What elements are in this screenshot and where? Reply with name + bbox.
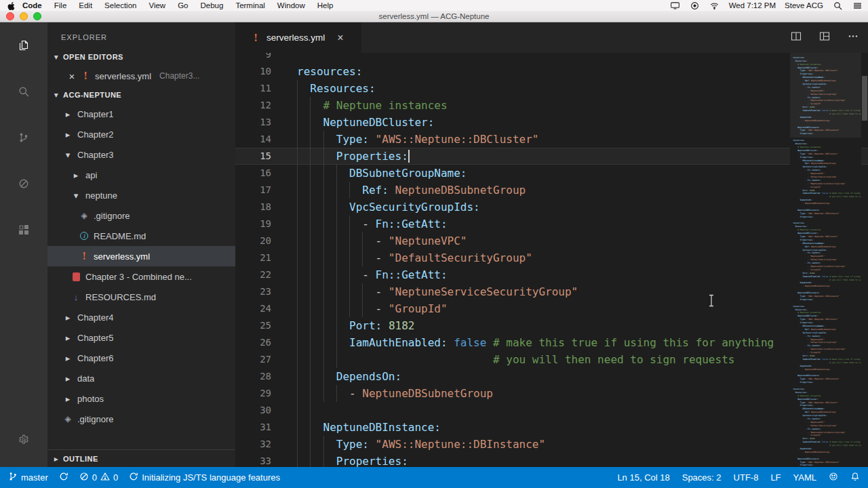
tab-serverless-yml[interactable]: ! serverless.yml × [235, 22, 361, 53]
warning-icon [100, 472, 110, 483]
display-menu-button[interactable] [670, 0, 681, 11]
status-message-text: Initializing JS/TS language features [142, 472, 280, 483]
minimize-window-button[interactable] [20, 12, 28, 20]
menu-debug[interactable]: Debug [194, 1, 229, 9]
wifi-menu-button[interactable] [709, 0, 720, 11]
problems-indicator[interactable]: 0 0 [79, 472, 118, 483]
outline-header[interactable]: ▸ OUTLINE [47, 449, 235, 467]
code-line-15[interactable]: 15 Properties: [235, 148, 868, 165]
tree-item-serverless-yml[interactable]: !serverless.yml [47, 246, 235, 266]
close-window-button[interactable] [6, 12, 14, 20]
minimap[interactable]: resources: Resources: # Neptune instance… [790, 53, 861, 467]
code-line-30[interactable]: 30 [235, 402, 868, 419]
code-line-9[interactable]: 9 [235, 53, 868, 63]
spotlight-icon [832, 0, 843, 11]
code-line-14[interactable]: 14 Type: "AWS::Neptune::DBCluster" [235, 131, 868, 148]
indentation-indicator[interactable]: Spaces: 2 [682, 472, 722, 483]
chevron-right-icon: ▸ [62, 108, 73, 119]
code-line-23[interactable]: 23 - "NeptuneServiceSecurityGroup" [235, 283, 868, 300]
code-line-16[interactable]: 16 DBSubnetGroupName: [235, 165, 868, 182]
code-line-26[interactable]: 26 IamAuthEnabled: false # make this tru… [235, 334, 868, 351]
line-content: - "NeptuneServiceSecurityGroup" [297, 283, 578, 300]
close-tab-button[interactable]: × [337, 32, 343, 44]
more-actions-button[interactable] [848, 30, 859, 45]
tree-item-data[interactable]: ▸data [47, 368, 235, 388]
menu-user[interactable]: Steve ACG [785, 1, 823, 9]
git-branch-indicator[interactable]: master [8, 472, 48, 483]
code-line-12[interactable]: 12 # Neptune instances [235, 97, 868, 114]
tree-item-gitignore[interactable]: ◈.gitignore [47, 409, 235, 429]
spotlight-menu-button[interactable] [832, 0, 843, 11]
tree-item-photos[interactable]: ▸photos [47, 388, 235, 409]
tree-item-chapter5[interactable]: ▸Chapter5 [47, 327, 235, 348]
menu-go[interactable]: Go [172, 1, 194, 9]
code-line-20[interactable]: 20 - "NeptuneVPC" [235, 232, 868, 249]
tree-item-chapter4[interactable]: ▸Chapter4 [47, 307, 235, 327]
split-editor-button[interactable] [791, 30, 802, 45]
cursor-position[interactable]: Ln 15, Col 18 [617, 472, 669, 483]
menu-edit[interactable]: Edit [73, 1, 98, 9]
code-line-28[interactable]: 28 DependsOn: [235, 368, 868, 385]
editor-scrollbar[interactable] [861, 53, 868, 467]
activity-extensions-button[interactable] [0, 207, 47, 253]
activity-explorer-button[interactable] [0, 22, 47, 68]
activity-debug-button[interactable] [0, 161, 47, 207]
code-line-13[interactable]: 13 NeptuneDBCluster: [235, 114, 868, 131]
code-line-27[interactable]: 27 # you will then need to sign requests [235, 351, 868, 368]
code-line-10[interactable]: 10resources: [235, 63, 868, 80]
git-icon: ◈ [79, 210, 90, 221]
feedback-button[interactable] [829, 472, 838, 483]
code-line-31[interactable]: 31 NeptuneDBInstance: [235, 419, 868, 436]
tree-item-neptune[interactable]: ▾neptune [47, 185, 235, 205]
status-bar: master 0 0 Initializing JS/TS language f… [0, 467, 868, 488]
circle-status-menu-button[interactable] [690, 0, 701, 11]
close-editor-button[interactable]: × [68, 70, 76, 82]
code-line-21[interactable]: 21 - "DefaultSecurityGroup" [235, 249, 868, 266]
code-line-32[interactable]: 32 Type: "AWS::Neptune::DBInstance" [235, 436, 868, 453]
eol-indicator[interactable]: LF [770, 472, 781, 483]
activity-settings-gear-button[interactable] [0, 417, 47, 463]
menu-terminal[interactable]: Terminal [229, 1, 271, 9]
menu-help[interactable]: Help [311, 1, 340, 9]
tree-item-readme-md[interactable]: iREADME.md [47, 226, 235, 246]
activity-search-button[interactable] [0, 68, 47, 115]
menu-clock[interactable]: Wed 7:12 PM [729, 1, 776, 9]
code-editor[interactable]: 910resources:11 Resources:12 # Neptune i… [235, 53, 868, 467]
code-line-24[interactable]: 24 - "GroupId" [235, 300, 868, 317]
line-number: 22 [235, 266, 271, 283]
tree-item-resources-md[interactable]: ↓RESOURCES.md [47, 287, 235, 307]
encoding-indicator[interactable]: UTF-8 [734, 472, 759, 483]
code-line-17[interactable]: 17 Ref: NeptuneDBSubnetGroup [235, 182, 868, 199]
open-editor-serverless-yml[interactable]: ×!serverless.ymlChapter3... [47, 66, 235, 86]
tree-item-chapter3[interactable]: ▾Chapter3 [47, 144, 235, 165]
tree-item-chapter1[interactable]: ▸Chapter1 [47, 104, 235, 124]
code-line-18[interactable]: 18 VpcSecurityGroupIds: [235, 199, 868, 216]
menu-selection[interactable]: Selection [98, 1, 142, 9]
sync-button[interactable] [59, 472, 68, 483]
code-line-25[interactable]: 25 Port: 8182 [235, 317, 868, 334]
code-line-22[interactable]: 22 - Fn::GetAtt: [235, 266, 868, 283]
menu-file[interactable]: File [48, 1, 73, 9]
menu-window[interactable]: Window [271, 1, 311, 9]
tree-item-chapter6[interactable]: ▸Chapter6 [47, 348, 235, 368]
tree-item-chapter2[interactable]: ▸Chapter2 [47, 124, 235, 144]
menu-view[interactable]: View [142, 1, 172, 9]
language-indicator[interactable]: YAML [793, 472, 816, 483]
open-editors-header[interactable]: ▾ OPEN EDITORS [47, 48, 235, 66]
scrollbar-thumb[interactable] [862, 76, 867, 121]
tree-item-api[interactable]: ▸api [47, 165, 235, 185]
activity-source-control-button[interactable] [0, 115, 47, 161]
project-header[interactable]: ▾ ACG-NEPTUNE [47, 86, 235, 104]
code-line-33[interactable]: 33 Properties: [235, 453, 868, 467]
tree-item-gitignore[interactable]: ◈.gitignore [47, 205, 235, 226]
status-bar-left: master 0 0 Initializing JS/TS language f… [8, 472, 280, 483]
code-line-29[interactable]: 29 - NeptuneDBSubnetGroup [235, 385, 868, 402]
editor-layout-button[interactable] [819, 30, 830, 45]
code-line-11[interactable]: 11 Resources: [235, 80, 868, 97]
zoom-window-button[interactable] [33, 12, 41, 20]
tree-item-chapter-3-combined-ne[interactable]: Chapter 3 - Combined ne... [47, 266, 235, 287]
code-line-19[interactable]: 19 - Fn::GetAtt: [235, 216, 868, 232]
notification-center-menu-button[interactable] [852, 0, 863, 11]
notifications-button[interactable] [850, 472, 860, 483]
menu-code[interactable]: Code [16, 1, 48, 9]
